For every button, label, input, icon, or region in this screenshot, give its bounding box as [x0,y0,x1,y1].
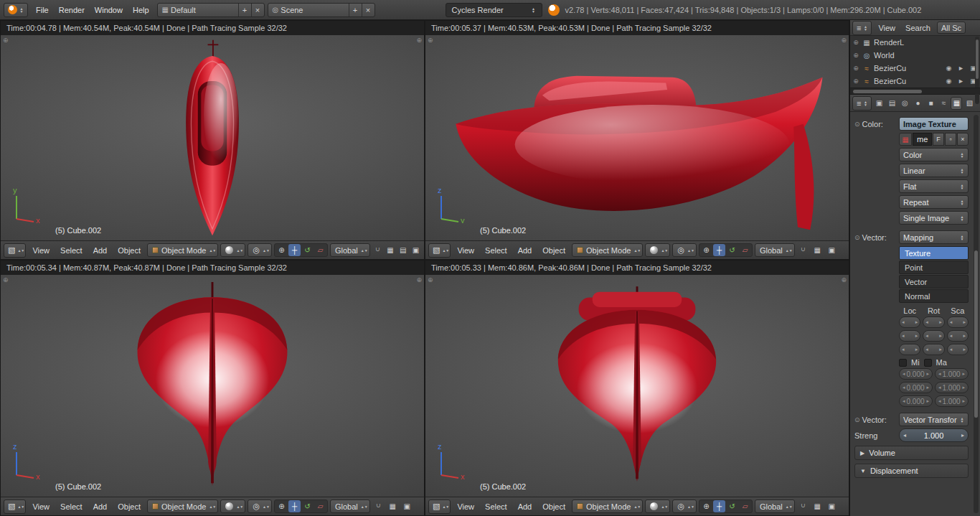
loc-z-stepper[interactable]: ◂▸ [899,344,920,355]
unlink-image-button[interactable]: × [957,133,969,146]
outliner-item-renderlayer[interactable]: ⊕ ▦ RenderL [850,36,980,49]
min-y-field[interactable]: ◂0.000▸ [899,382,933,393]
menu-object[interactable]: Object [113,501,145,512]
mapping-type-point[interactable]: Point [899,261,969,274]
max-checkbox[interactable] [924,359,932,367]
delete-layout-button[interactable]: × [251,4,264,17]
selectability-arrow-icon[interactable]: ► [956,78,966,85]
scene-browse[interactable]: ◎ Scene [268,4,349,17]
menu-view[interactable]: View [453,501,479,512]
render-engine-selector[interactable]: Cycles Render ▲▼ [446,3,542,17]
tab-material[interactable]: ▧ [963,97,975,110]
snap-magnet-icon[interactable]: ∩ [797,244,809,256]
expander-icon[interactable]: ⊕ [852,65,859,72]
shading-selector[interactable]: ▲▼ [645,243,670,257]
menu-add[interactable]: Add [89,501,112,512]
vector-transform-selector[interactable]: Vector Transfor ▲▼ [899,413,969,426]
sca-z-stepper[interactable]: ◂▸ [947,344,969,355]
render-area[interactable]: ⊕ ⊕ [425,275,849,497]
menu-object[interactable]: Object [538,501,570,512]
color-space-selector[interactable]: Color ▲▼ [899,148,969,161]
delete-scene-button[interactable]: × [362,4,374,17]
color-node-selector[interactable]: Image Texture [899,117,969,131]
menu-window[interactable]: Window [90,4,128,17]
menu-view[interactable]: View [28,501,54,512]
mode-selector[interactable]: Object Mode ▲▼ [572,499,643,513]
area-corner-widget[interactable]: ⊕ [3,37,9,44]
rotate-manipulator-icon[interactable]: ↺ [301,500,314,512]
scale-manipulator-icon[interactable]: ▱ [739,500,751,512]
menu-select[interactable]: Select [56,501,87,512]
menu-render[interactable]: Render [54,4,90,17]
rotate-manipulator-icon[interactable]: ↺ [726,500,738,512]
visibility-eye-icon[interactable]: ◉ [944,65,953,72]
render-area[interactable]: ⊕ ⊕ [1,35,424,240]
menu-object[interactable]: Object [113,245,145,256]
manipulator-toggle-icon[interactable]: ⊕ [700,500,712,512]
increment-arrow-icon[interactable]: ▸ [961,432,964,438]
outliner-filter-selector[interactable]: All Sc [937,22,966,34]
rot-z-stepper[interactable]: ◂▸ [923,344,944,355]
add-scene-button[interactable]: + [349,4,362,17]
pivot-selector[interactable]: ◎ ▲▼ [672,243,697,257]
outliner-menu-view[interactable]: View [875,22,899,34]
volume-panel-header[interactable]: ▶ Volume [854,446,969,460]
selectability-arrow-icon[interactable]: ► [956,65,966,72]
render-camera-icon[interactable]: ▣ [826,500,838,512]
render-area[interactable]: ⊕ ⊕ [1,275,424,497]
pivot-selector[interactable]: ◎ ▲▼ [672,499,697,513]
scale-manipulator-icon[interactable]: ▱ [314,500,326,512]
translate-manipulator-icon[interactable]: ┼ [288,244,301,256]
mapping-type-vector[interactable]: Vector [899,275,969,289]
outliner-item-world[interactable]: ⊕ ◎ World [850,49,980,62]
tab-texture[interactable]: ▦ [951,97,962,110]
orientation-selector[interactable]: Global ▲▼ [755,499,795,513]
render-camera-icon[interactable]: ▣ [410,244,421,256]
translate-manipulator-icon[interactable]: ┼ [713,500,725,512]
max-z-field[interactable]: ◂1.000▸ [935,395,969,407]
menu-select[interactable]: Select [56,245,87,256]
vector-node-selector[interactable]: Mapping ▲▼ [899,230,969,244]
mode-selector[interactable]: Object Mode ▲▼ [572,243,643,257]
editor-type-button[interactable]: ▧ ▲▼ [4,243,26,258]
menu-add[interactable]: Add [514,245,537,256]
editor-type-button[interactable]: ≡ ▲▼ [852,21,872,35]
fake-user-button[interactable]: F [933,133,944,146]
snap-element-icon[interactable]: ▦ [811,244,824,256]
min-z-field[interactable]: ◂0.000▸ [899,395,933,407]
menu-select[interactable]: Select [481,501,512,512]
snap-element-icon[interactable]: ▦ [811,500,824,512]
editor-type-button[interactable]: ▧ ▲▼ [4,499,26,514]
menu-add[interactable]: Add [514,501,537,512]
translate-manipulator-icon[interactable]: ┼ [713,244,725,256]
area-corner-widget[interactable]: ⊕ [841,37,847,44]
orientation-selector[interactable]: Global ▲▼ [330,243,370,257]
orientation-selector[interactable]: Global ▲▼ [755,243,795,257]
render-camera-icon[interactable]: ▣ [826,244,838,256]
area-corner-widget[interactable]: ⊕ [841,276,847,283]
max-y-field[interactable]: ◂1.000▸ [935,382,969,393]
loc-y-stepper[interactable]: ◂▸ [899,330,920,342]
info-editor-selector[interactable]: ▲▼ [4,3,28,17]
shading-selector[interactable]: ▲▼ [645,499,670,513]
mode-selector[interactable]: Object Mode ▲▼ [147,499,218,513]
mapping-type-normal[interactable]: Normal [899,289,969,303]
snap-magnet-icon[interactable]: ∩ [372,500,385,512]
outliner-item-beziercurve-1[interactable]: ⊕ ≈ BezierCu ◉ ► ▣ [850,62,980,75]
expander-icon[interactable]: ⊕ [852,52,859,59]
menu-help[interactable]: Help [128,4,154,17]
editor-type-button[interactable]: ≡ ▲▼ [852,96,872,111]
rot-y-stepper[interactable]: ◂▸ [923,330,944,342]
manipulator-toggle-icon[interactable]: ⊕ [275,500,288,512]
area-corner-widget[interactable]: ⊕ [3,276,9,283]
menu-object[interactable]: Object [538,245,570,256]
min-x-field[interactable]: ◂0.000▸ [899,368,933,380]
expander-icon[interactable]: ⊕ [852,39,859,46]
tab-data[interactable]: ≈ [938,97,949,110]
max-x-field[interactable]: ◂1.000▸ [935,368,969,380]
min-checkbox[interactable] [899,359,907,367]
image-name-field[interactable]: me [913,133,932,146]
interpolation-selector[interactable]: Linear ▲▼ [899,164,969,177]
shading-selector[interactable]: ▲▼ [220,499,245,513]
area-corner-widget[interactable]: ⊕ [428,37,433,44]
